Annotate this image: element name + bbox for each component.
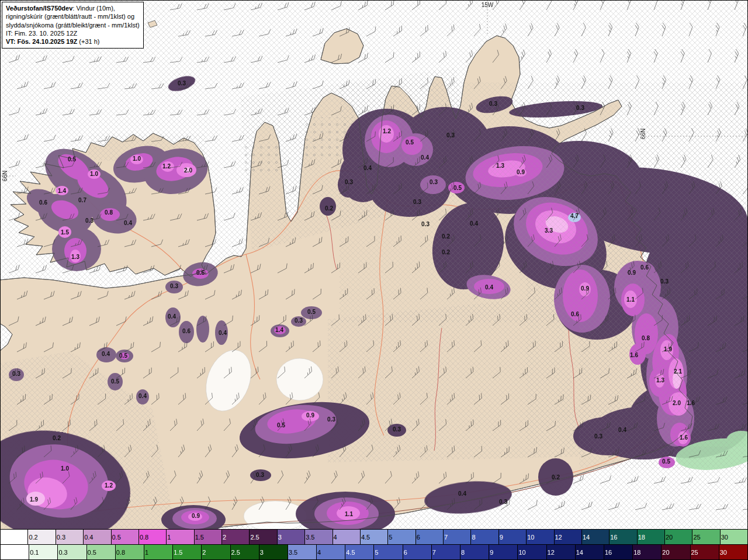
rain-scale-tick-label: 0.1: [30, 549, 39, 555]
rain-scale-tick-label: 3: [260, 549, 264, 555]
snow-scale-tick-label: 3: [278, 534, 282, 540]
snow-colorbar: 0.20.30.40.50.811.522.533.544.5567891012…: [0, 530, 748, 545]
rain-scale-segment: 6: [403, 545, 432, 559]
rain-scale-segment: 1.5: [173, 545, 202, 559]
legend-line-3: slydda/snjókoma (grátt/bleikt/grænt - mm…: [6, 21, 140, 29]
snow-scale-tick-label: 3.5: [306, 534, 314, 540]
rain-scale-tick-label: 5: [375, 549, 378, 555]
rain-scale-segment: 4.5: [345, 545, 374, 559]
rain-scale-segment: 0.5: [87, 545, 116, 559]
legend-line-1: Veðurstofan/IS750dev: Vindur (10m),: [6, 4, 140, 12]
colorbars: 0.20.30.40.50.811.522.533.544.5567891012…: [0, 530, 748, 560]
snow-scale-tick-label: 1.5: [195, 534, 204, 540]
rain-scale-segment: 9: [489, 545, 518, 559]
snow-scale-segment: 0.5: [112, 530, 139, 544]
rain-scale-tick-label: 25: [691, 549, 698, 555]
rain-scale-tick-label: 0.8: [116, 549, 125, 555]
snow-scale-tick-label: 20: [666, 534, 673, 540]
snow-scale-tick-label: 0.3: [57, 534, 65, 540]
snow-scale-segment: 0.8: [139, 530, 167, 544]
rain-scale-tick-label: 3.5: [289, 549, 297, 555]
snow-scale-tick-label: 30: [721, 534, 728, 540]
rain-scale-tick-label: 0.3: [58, 549, 67, 555]
snow-scale-segment: 9: [499, 530, 527, 544]
snow-scale-tick-label: 25: [693, 534, 700, 540]
rain-scale-segment: 20: [662, 545, 690, 559]
map-area: 0.30.30.31.20.30.50.51.01.00.41.30.91.22…: [0, 0, 748, 530]
snow-scale-segment: 10: [527, 530, 554, 544]
snow-scale-segment: 0.3: [56, 530, 84, 544]
snow-scale-tick-label: 2: [223, 534, 226, 540]
rain-scale-segment: 5: [374, 545, 403, 559]
snow-scale-tick-label: 7: [444, 534, 448, 540]
snow-scale-tick-label: 6: [417, 534, 420, 540]
map-canvas: [1, 1, 748, 530]
rain-scale-segment: 30: [719, 545, 747, 559]
snow-scale-segment: [1, 530, 28, 544]
rain-scale-segment: 2.5: [231, 545, 259, 559]
snow-scale-segment: 14: [582, 530, 610, 544]
rain-scale-segment: 3.5: [288, 545, 317, 559]
snow-scale-segment: 25: [692, 530, 720, 544]
rain-scale-tick-label: 1: [145, 549, 148, 555]
snow-scale-segment: 4: [333, 530, 361, 544]
snow-scale-tick-label: 12: [555, 534, 562, 540]
rain-scale-segment: 12: [547, 545, 576, 559]
snow-scale-segment: 1: [167, 530, 194, 544]
snow-scale-segment: 7: [444, 530, 471, 544]
rain-scale-segment: 1: [144, 545, 173, 559]
rain-scale-segment: 0.3: [58, 545, 86, 559]
glacier-hofsjokull: [276, 358, 323, 400]
rain-scale-segment: [1, 545, 29, 559]
snow-scale-tick-label: 0.8: [140, 534, 148, 540]
rain-scale-segment: 18: [633, 545, 662, 559]
snow-scale-segment: 3.5: [305, 530, 333, 544]
rain-scale-segment: 2: [202, 545, 230, 559]
snow-scale-segment: 1.5: [195, 530, 222, 544]
rain-scale-segment: 16: [604, 545, 633, 559]
snow-scale-tick-label: 16: [610, 534, 617, 540]
rain-scale-segment: 25: [691, 545, 719, 559]
rain-scale-segment: 7: [432, 545, 460, 559]
snow-scale-tick-label: 0.4: [84, 534, 93, 540]
rain-scale-tick-label: 0.5: [88, 549, 96, 555]
snow-scale-segment: 2.5: [250, 530, 277, 544]
rain-scale-tick-label: 20: [662, 549, 669, 555]
snow-scale-tick-label: 5: [389, 534, 392, 540]
rain-scale-tick-label: 9: [490, 549, 493, 555]
rain-scale-tick-label: 30: [720, 549, 727, 555]
rain-scale-tick-label: 4: [317, 549, 321, 555]
rain-scale-segment: 4: [317, 545, 345, 559]
snow-scale-segment: 2: [222, 530, 250, 544]
rain-colorbar: 0.10.30.50.811.522.533.544.5567891012141…: [0, 545, 748, 560]
rain-scale-tick-label: 10: [518, 549, 525, 555]
rain-scale-segment: 3: [259, 545, 288, 559]
snow-scale-segment: 20: [665, 530, 692, 544]
snow-scale-tick-label: 2.5: [250, 534, 259, 540]
rain-scale-tick-label: 12: [548, 549, 555, 555]
rain-scale-segment: 0.8: [116, 545, 144, 559]
product-name: Veðurstofan/IS750dev: [6, 5, 72, 12]
rain-scale-tick-label: 4.5: [346, 549, 355, 555]
snow-scale-segment: 18: [638, 530, 665, 544]
snow-scale-tick-label: 14: [583, 534, 590, 540]
rain-scale-segment: 10: [518, 545, 546, 559]
legend-valid-time: VT: Fös. 24.10.2025 19Z (+31 h): [6, 37, 140, 46]
weather-map-frame: 0.30.30.31.20.30.50.51.01.00.41.30.91.22…: [0, 0, 748, 560]
snow-scale-segment: 4.5: [361, 530, 388, 544]
snow-scale-tick-label: 4: [334, 534, 337, 540]
snow-scale-tick-label: 0.5: [112, 534, 121, 540]
snow-scale-segment: 16: [610, 530, 637, 544]
rain-scale-tick-label: 2: [202, 549, 206, 555]
legend-init-time: IT: Fim. 23. 10. 2025 12Z: [6, 29, 140, 37]
snow-scale-segment: 12: [555, 530, 582, 544]
rain-scale-tick-label: 18: [633, 549, 640, 555]
rain-scale-tick-label: 8: [461, 549, 465, 555]
rain-scale-segment: 8: [460, 545, 489, 559]
rain-scale-tick-label: 16: [605, 549, 612, 555]
snow-scale-segment: 0.2: [28, 530, 56, 544]
snow-scale-segment: 8: [471, 530, 498, 544]
rain-scale-tick-label: 7: [432, 549, 436, 555]
rain-scale-tick-label: 6: [404, 549, 407, 555]
product-variable: : Vindur (10m),: [72, 5, 115, 12]
